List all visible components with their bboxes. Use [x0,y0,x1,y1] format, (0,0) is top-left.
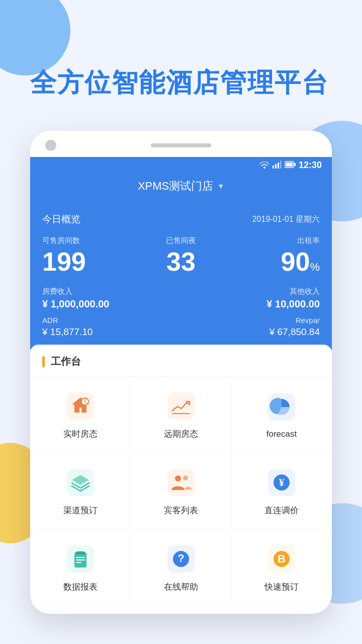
phone-speaker [151,143,211,147]
menu-label-help: 在线帮助 [164,581,198,593]
layers-icon [64,466,97,499]
menu-item-guests[interactable]: 宾客列表 [131,453,231,530]
svg-rect-2 [278,163,279,169]
menu-label-future: 远期房态 [164,428,198,440]
phone-mockup: 12:30 XPMS测试门店 ▼ 今日概览 2019-01-01 星期六 可售房… [30,131,332,614]
menu-item-report[interactable]: 数据报表 [30,530,131,606]
room-revenue: 房费收入 ¥ 1,000,000.00 ADR ¥ 15,877.10 [42,287,181,338]
chart-trend-icon [165,390,197,422]
menu-item-pricing[interactable]: ¥ 直连调价 [231,453,332,530]
question-circle-icon: ? [165,543,197,575]
yuan-circle-icon: ¥ [265,466,298,499]
battery-icon [285,161,296,170]
workbench-title: 工作台 [51,355,81,368]
menu-label-report: 数据报表 [63,581,98,593]
status-icons: 12:30 [259,160,322,171]
stats-row: 可售房间数 199 已售间夜 33 出租率 90% [42,236,320,275]
workbench-header: 工作台 [30,355,332,377]
svg-rect-21 [76,551,85,554]
financial-row: 房费收入 ¥ 1,000,000.00 ADR ¥ 15,877.10 其他收入… [42,287,320,338]
other-revenue-label: 其他收入 [181,287,320,296]
today-overview: 今日概览 2019-01-01 星期六 可售房间数 199 已售间夜 33 出租… [30,205,332,350]
stat-occupancy-value: 90% [227,249,320,275]
store-name[interactable]: XPMS测试门店 ▼ [40,179,322,194]
room-revenue-label: 房费收入 [42,287,181,296]
menu-item-quick-book[interactable]: B 快速预订 [231,530,332,606]
svg-rect-10 [167,392,195,420]
clipboard-icon [64,543,97,575]
house-clock-icon [64,390,97,422]
stat-occupancy-label: 出租率 [227,236,320,246]
svg-rect-3 [280,160,282,169]
app-header: XPMS测试门店 ▼ [30,174,332,205]
revpar-label: Revpar [181,316,320,325]
stat-sold-label: 已售间夜 [135,236,227,246]
svg-text:?: ? [177,552,184,565]
person-group-icon [165,466,197,499]
menu-label-realtime: 实时房态 [63,428,98,440]
stat-sold-rooms: 已售间夜 33 [135,236,227,275]
svg-rect-0 [273,166,274,169]
signal-icon [273,160,282,171]
menu-label-channel: 渠道预订 [63,505,98,516]
workbench: 工作台 实时房态 [30,345,332,606]
svg-text:B: B [278,552,286,565]
svg-text:¥: ¥ [279,476,285,489]
other-revenue: 其他收入 ¥ 10,000.00 Revpar ¥ 67,850.84 [181,287,320,338]
stat-sold-value: 33 [135,249,227,275]
menu-item-future[interactable]: 远期房态 [131,377,231,453]
pie-chart-icon [265,391,298,423]
stat-available-label: 可售房间数 [42,236,135,246]
phone-top-bar [30,131,332,157]
b-circle-icon: B [265,543,298,575]
svg-rect-6 [294,163,296,166]
menu-label-pricing: 直连调价 [264,505,299,516]
revpar-value: ¥ 67,850.84 [181,327,320,338]
menu-label-forecast: forecast [266,429,297,439]
svg-rect-5 [286,163,293,167]
svg-point-14 [175,475,181,481]
store-name-arrow: ▼ [217,182,224,190]
main-title: 全方位智能酒店管理平台 [30,65,329,101]
overview-title: 今日概览 [42,213,80,226]
stat-available-rooms: 可售房间数 199 [42,236,135,275]
status-time: 12:30 [299,160,322,171]
workbench-indicator [42,356,45,367]
overview-header: 今日概览 2019-01-01 星期六 [42,213,320,226]
menu-grid: 实时房态 远期房态 [30,377,332,606]
adr-label: ADR [42,316,181,325]
bg-blob-top-left [0,0,70,75]
phone-camera [45,140,56,151]
adr-value: ¥ 15,877.10 [42,327,181,338]
overview-date: 2019-01-01 星期六 [252,214,320,225]
wifi-icon [259,160,269,171]
menu-item-forecast[interactable]: forecast [231,377,332,453]
status-bar: 12:30 [30,157,332,174]
svg-rect-1 [275,164,277,169]
svg-rect-13 [167,469,195,496]
svg-point-15 [183,475,188,480]
stat-occupancy: 出租率 90% [227,236,320,275]
menu-item-channel[interactable]: 渠道预订 [30,453,131,530]
menu-item-help[interactable]: ? 在线帮助 [131,530,231,606]
room-revenue-value: ¥ 1,000,000.00 [42,298,181,310]
menu-label-guests: 宾客列表 [164,505,198,516]
menu-item-realtime[interactable]: 实时房态 [30,377,131,453]
stat-available-value: 199 [42,249,135,275]
menu-label-quick-book: 快速预订 [264,581,299,593]
other-revenue-value: ¥ 10,000.00 [181,298,320,310]
